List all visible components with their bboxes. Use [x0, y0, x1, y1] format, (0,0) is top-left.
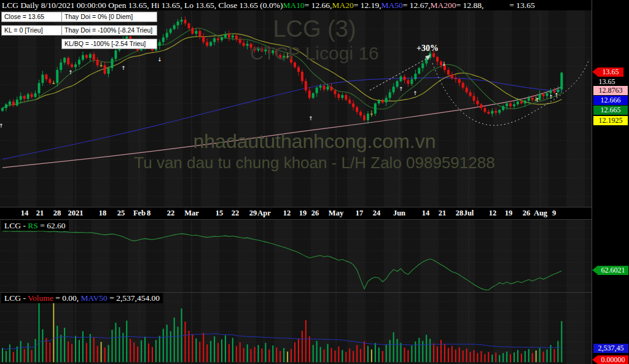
volume-bar — [561, 321, 562, 362]
volume-bar — [547, 349, 548, 362]
volume-bar — [532, 353, 533, 362]
candle-body — [286, 56, 289, 56]
week-band — [566, 0, 585, 364]
volume-bar — [192, 335, 193, 362]
candle-body — [494, 111, 497, 113]
candle-body — [436, 57, 439, 62]
volume-bar — [499, 355, 500, 362]
volume-bar — [35, 339, 36, 362]
volume-bar — [528, 349, 529, 362]
volume-bar — [243, 348, 244, 362]
candle-body — [367, 114, 369, 120]
candle-body — [308, 90, 311, 98]
volume-bar — [360, 349, 361, 362]
candle-body — [56, 70, 58, 83]
candle-body — [5, 104, 7, 108]
candle-body — [483, 108, 486, 112]
date-axis-tick: 22 — [167, 209, 175, 218]
volume-bar — [152, 347, 153, 362]
candle-body — [1, 108, 4, 111]
candle-body — [89, 54, 92, 58]
volume-bar — [268, 349, 270, 362]
volume-bar — [221, 339, 222, 362]
candle-body — [181, 20, 183, 21]
volume-bar — [178, 327, 179, 362]
candle-body — [520, 101, 523, 103]
volume-bar — [364, 341, 365, 362]
candle-body — [184, 20, 187, 23]
volume-bar — [444, 344, 445, 362]
candle-body — [473, 96, 475, 101]
volume-bar — [17, 346, 18, 362]
tag-arrow-icon — [592, 266, 598, 274]
volume-bar — [82, 331, 84, 362]
week-band — [18, 0, 37, 364]
volume-bar — [163, 329, 164, 362]
candle-body — [187, 23, 190, 28]
price-value-tag: 13.65 — [593, 77, 620, 87]
price-value-tag: 12.1925 — [593, 116, 628, 125]
volume-bar — [514, 352, 515, 362]
info-box[interactable]: Close = 13.65 — [1, 12, 63, 22]
volume-bar — [345, 352, 346, 363]
chart-canvas[interactable]: ↑↑↑↑↑↑↑↑↑↓↓↓ — [0, 0, 629, 364]
candle-body — [356, 107, 358, 112]
candle-body — [421, 63, 424, 68]
candle-body — [509, 104, 512, 107]
info-box[interactable]: KL/BQ = -100% [-2.54 Trieu] — [61, 39, 157, 49]
volume-bar — [404, 347, 405, 362]
volume-bar — [45, 338, 47, 362]
volume-bar — [225, 335, 226, 362]
candle-body — [217, 38, 219, 40]
candle-body — [198, 31, 201, 36]
volume-bar — [349, 349, 350, 362]
header-segment: LCG - — [4, 293, 28, 303]
info-box[interactable]: KL = 0 [Trieu] — [1, 25, 63, 36]
candle-body — [16, 99, 18, 105]
candle-body — [107, 68, 110, 74]
info-box[interactable]: Thay Doi = -100% [-8.24 Trieu] — [61, 25, 157, 36]
candle-body — [104, 65, 106, 74]
volume-bar — [86, 343, 87, 362]
candle-body — [498, 110, 501, 113]
volume-bar — [470, 352, 471, 363]
price-value-tag: 12.666 — [593, 96, 628, 105]
volume-bar — [101, 342, 102, 362]
candle-body — [177, 21, 179, 25]
price-value-tag: 12.8763 — [593, 86, 628, 95]
candle-body — [27, 94, 29, 99]
date-axis-tick: 28 — [53, 209, 61, 218]
info-box[interactable]: Thay Doi = 0% [0 Diem] — [61, 12, 157, 22]
buy-signal-arrow-icon: ↑ — [0, 123, 4, 129]
volume-bar — [382, 351, 383, 362]
candle-body — [451, 75, 453, 79]
title-segment: LCG Daily 8/10/2021 00:00:00 Open 13.65,… — [2, 0, 283, 10]
volume-bar — [451, 346, 453, 362]
candle-body — [71, 64, 73, 68]
candle-body — [359, 112, 362, 115]
volume-bar — [272, 346, 273, 362]
volume-bar — [440, 340, 442, 362]
volume-bar — [375, 343, 376, 362]
volume-bar — [144, 337, 146, 362]
volume-bar — [397, 339, 398, 362]
volume-bar — [543, 352, 544, 362]
volume-bar — [119, 327, 120, 362]
candle-body — [38, 83, 41, 93]
title-segment: MA10 — [283, 0, 304, 10]
volume-bar — [495, 352, 496, 362]
candle-body — [213, 38, 216, 42]
volume-bar — [426, 335, 427, 362]
candle-body — [264, 50, 267, 52]
volume-bar — [75, 336, 76, 362]
date-axis-tick: 21 — [439, 209, 447, 218]
candle-body — [272, 50, 274, 53]
candle-body — [52, 83, 55, 83]
volume-bar — [261, 349, 262, 362]
candle-body — [279, 55, 281, 58]
candle-body — [250, 44, 252, 48]
volume-bar — [9, 344, 10, 362]
candle-body — [166, 33, 168, 37]
date-axis-tick: May — [329, 209, 343, 218]
buy-signal-arrow-icon: ↑ — [68, 69, 73, 76]
